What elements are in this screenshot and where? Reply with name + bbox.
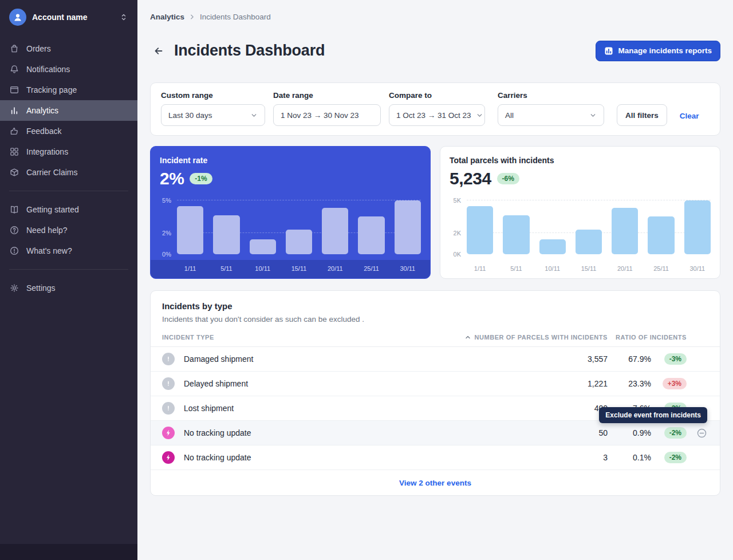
x-axis-strip: 1/115/1110/1115/1120/1125/1130/11 bbox=[151, 260, 430, 278]
clear-filters-link[interactable]: Clear bbox=[680, 112, 699, 120]
bar bbox=[213, 215, 239, 254]
plot-area bbox=[467, 200, 711, 254]
bar bbox=[612, 208, 638, 254]
incident-type: Delayed shipment bbox=[184, 379, 448, 388]
sidebar-item-carrier-claims[interactable]: Carrier Claims bbox=[0, 162, 137, 183]
chart-title: Total parcels with incidents bbox=[450, 156, 711, 165]
delta-badge: -1% bbox=[190, 173, 212, 184]
custom-range-select[interactable]: Last 30 days bbox=[161, 104, 265, 126]
y-axis: 0%2%5% bbox=[160, 200, 177, 254]
account-switcher[interactable]: Account name bbox=[0, 0, 137, 35]
incident-rate-chart: 0%2%5% 1/115/1110/1115/1120/1125/1130/11 bbox=[160, 200, 421, 278]
x-axis-tick: 5/11 bbox=[503, 265, 529, 272]
total-parcels-card: Total parcels with incidents 5,234 -6% 0… bbox=[440, 146, 720, 279]
sidebar-item-feedback[interactable]: Feedback bbox=[0, 121, 137, 141]
sidebar-item-notifications[interactable]: Notifications bbox=[0, 59, 137, 80]
x-axis-tick: 30/11 bbox=[684, 265, 711, 272]
y-axis-tick: 5K bbox=[454, 198, 461, 204]
compare-to-select[interactable]: 1 Oct 23 → 31 Oct 23 bbox=[389, 104, 485, 126]
sidebar-item-settings[interactable]: Settings bbox=[0, 278, 137, 298]
sidebar-item-label: Integrations bbox=[26, 147, 68, 156]
bar bbox=[250, 239, 276, 254]
charts-row: Incident rate 2% -1% 0%2%5% 1/115/1110/1… bbox=[150, 146, 720, 279]
view-more-row: View 2 other events bbox=[151, 470, 720, 495]
total-parcels-value: 5,234 bbox=[450, 169, 491, 188]
sidebar-item-label: Orders bbox=[26, 44, 51, 53]
parcels-count: 1,221 bbox=[456, 379, 608, 388]
sidebar-item-need-help[interactable]: Need help? bbox=[0, 220, 137, 240]
chevron-down-icon bbox=[476, 112, 483, 119]
breadcrumb: Analytics Incidents Dashboard bbox=[150, 13, 720, 21]
sidebar-item-whats-new[interactable]: What's new? bbox=[0, 240, 137, 261]
plot-area bbox=[177, 200, 421, 254]
x-axis: 1/115/1110/1115/1120/1125/1130/11 bbox=[177, 265, 421, 272]
y-axis-tick: 0K bbox=[454, 251, 461, 258]
filters-bar: Custom range Last 30 days Date range 1 N… bbox=[150, 82, 720, 136]
bars bbox=[467, 200, 711, 254]
table-header-text: Incidents by type Incidents that you don… bbox=[151, 291, 720, 324]
ratio-value: 0.1% bbox=[616, 453, 651, 462]
sidebar-item-tracking-page[interactable]: Tracking page bbox=[0, 80, 137, 100]
delta-badge: -6% bbox=[497, 173, 519, 184]
select-value: 1 Oct 23 → 31 Oct 23 bbox=[396, 111, 471, 120]
bar bbox=[648, 216, 674, 254]
bar bbox=[395, 200, 421, 254]
incident-rate-card: Incident rate 2% -1% 0%2%5% 1/115/1110/1… bbox=[150, 146, 431, 279]
y-axis-tick: 0% bbox=[162, 251, 171, 258]
y-axis-tick: 2K bbox=[454, 230, 461, 236]
analytics-icon bbox=[9, 105, 19, 116]
x-axis: 1/115/1110/1115/1120/1125/1130/11 bbox=[467, 265, 711, 272]
warning-icon bbox=[162, 353, 175, 365]
incidents-by-type-card: Incidents by type Incidents that you don… bbox=[150, 290, 720, 496]
view-other-events-link[interactable]: View 2 other events bbox=[399, 479, 471, 487]
page-header: Incidents Dashboard Manage incidents rep… bbox=[150, 31, 720, 70]
tracking-page-icon bbox=[9, 85, 19, 95]
sidebar-footer bbox=[0, 544, 137, 560]
incident-type: Lost shipment bbox=[184, 404, 448, 413]
all-filters-button[interactable]: All filters bbox=[617, 104, 667, 126]
delta-badge: -2% bbox=[664, 452, 687, 463]
table-column-headers: Incident type Number of parcels with inc… bbox=[151, 327, 720, 347]
bar bbox=[358, 216, 384, 254]
delta-badge: -2% bbox=[664, 427, 687, 439]
sidebar-item-orders[interactable]: Orders bbox=[0, 38, 137, 59]
sidebar-item-getting-started[interactable]: Getting started bbox=[0, 199, 137, 220]
sort-asc-icon bbox=[464, 334, 471, 341]
filter-custom-range: Custom range Last 30 days bbox=[161, 91, 265, 126]
sidebar-item-analytics[interactable]: Analytics bbox=[0, 100, 137, 121]
avatar bbox=[9, 9, 26, 26]
exclude-event-icon[interactable] bbox=[696, 428, 707, 439]
sidebar-item-label: Settings bbox=[26, 283, 56, 293]
total-parcels-chart: 0K2K5K 1/115/1110/1115/1120/1125/1130/11 bbox=[450, 200, 711, 278]
select-value: All bbox=[505, 111, 514, 120]
x-axis-strip: 1/115/1110/1115/1120/1125/1130/11 bbox=[440, 260, 720, 278]
app-window: Account name Orders Notifications Tracki… bbox=[0, 0, 733, 560]
exclude-tooltip: Exclude event from incidents bbox=[599, 407, 707, 423]
column-header-parcels[interactable]: Number of parcels with incidents bbox=[456, 334, 608, 341]
incident-type: Damaged shipment bbox=[184, 354, 448, 364]
gear-icon bbox=[9, 283, 19, 293]
parcels-count: 400 bbox=[456, 404, 608, 413]
breadcrumb-analytics[interactable]: Analytics bbox=[150, 13, 184, 21]
table-title: Incidents by type bbox=[162, 301, 708, 311]
date-range-input[interactable]: 1 Nov 23 → 30 Nov 23 bbox=[273, 104, 381, 126]
back-arrow-icon[interactable] bbox=[150, 42, 167, 60]
carrier-claims-icon bbox=[9, 167, 19, 178]
table-subtitle: Incidents that you don't consider as suc… bbox=[162, 315, 708, 324]
x-axis-tick: 25/11 bbox=[358, 265, 384, 272]
table-row-delayed-shipment: Delayed shipment 1,221 23.3% +3% bbox=[151, 372, 720, 396]
sidebar-item-integrations[interactable]: Integrations bbox=[0, 141, 137, 162]
bar bbox=[467, 206, 493, 255]
incident-rate-value: 2% bbox=[160, 169, 184, 188]
manage-incidents-reports-button[interactable]: Manage incidents reports bbox=[596, 41, 720, 61]
chevron-down-icon bbox=[589, 112, 597, 119]
bar bbox=[684, 200, 711, 254]
parcels-count: 50 bbox=[456, 428, 608, 437]
ratio-value: 23.3% bbox=[616, 379, 651, 388]
main-content: Analytics Incidents Dashboard Incidents … bbox=[137, 0, 733, 560]
help-icon bbox=[9, 225, 19, 235]
x-axis-tick: 10/11 bbox=[539, 265, 566, 272]
sidebar-item-label: Notifications bbox=[26, 65, 70, 74]
headline: 2% -1% bbox=[160, 169, 421, 188]
carriers-select[interactable]: All bbox=[498, 104, 604, 126]
